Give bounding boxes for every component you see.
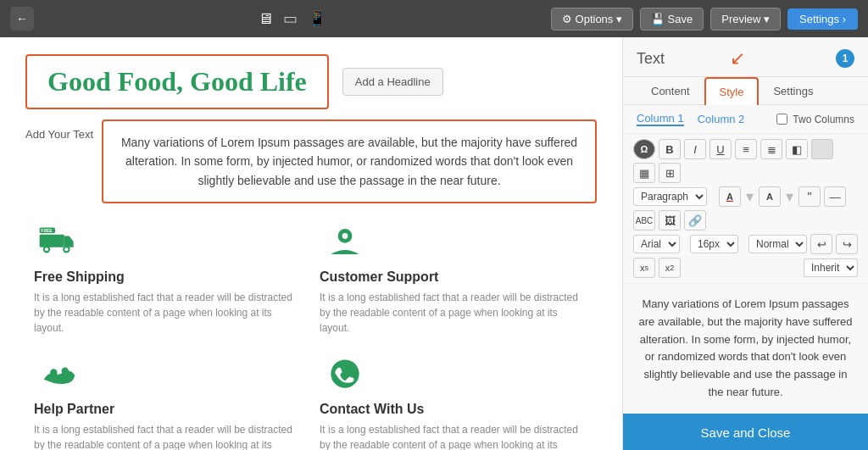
two-columns-checkbox[interactable] (776, 114, 787, 125)
superscript-button[interactable]: x2 (659, 258, 681, 278)
inherit-select[interactable]: Inherit (804, 258, 858, 277)
omega-button[interactable]: Ω (633, 139, 655, 159)
list-item: Customer Support It is a long establishe… (320, 220, 588, 336)
tablet-icon[interactable]: ▭ (283, 9, 298, 28)
svg-point-9 (342, 233, 348, 239)
options-button[interactable]: ⚙ Options ▾ (551, 8, 633, 31)
text-content-box: Many variations of Lorem Ipsum passages … (102, 119, 597, 203)
feature-desc: It is a long established fact that a rea… (320, 422, 588, 450)
ol-button[interactable]: ≣ (760, 139, 782, 159)
redo-button[interactable]: ↪ (836, 234, 858, 254)
dash-button[interactable]: — (824, 186, 846, 207)
svg-point-10 (50, 369, 57, 375)
feature-title: Customer Support (320, 269, 438, 285)
text-color-button[interactable]: A (719, 186, 741, 207)
color-box-button[interactable] (811, 139, 833, 159)
panel-header: Text ↙ 1 (623, 37, 868, 77)
two-columns-toggle: Two Columns (776, 114, 854, 125)
column-1-tab[interactable]: Column 1 (637, 112, 684, 126)
list-item: Help Partner It is a long established fa… (34, 353, 303, 450)
toolbar-row-1: Ω B I U ≡ ≣ ◧ ▦ ⊞ (633, 139, 858, 183)
desktop-icon[interactable]: 🖥 (258, 10, 273, 28)
customer-support-icon (320, 220, 370, 263)
help-partner-icon (34, 353, 85, 395)
svg-point-12 (331, 359, 359, 387)
align-right-button[interactable]: ▦ (633, 163, 655, 183)
mobile-icon[interactable]: 📱 (308, 9, 326, 28)
subscript-button[interactable]: xs (633, 258, 655, 278)
svg-point-11 (62, 367, 69, 374)
panel-title: Text (637, 50, 665, 68)
save-close-button[interactable]: Save and Close (623, 414, 868, 450)
settings-button[interactable]: Settings › (787, 8, 858, 30)
svg-rect-2 (40, 234, 64, 247)
feature-desc: It is a long established fact that a rea… (34, 422, 303, 450)
headline-section: Good Food, Good Life Add a Headline (25, 54, 597, 109)
bg-color-button[interactable]: A (759, 186, 781, 207)
list-item: Contact With Us It is a long established… (320, 353, 588, 450)
back-button[interactable]: ← (10, 7, 34, 31)
right-panel: Text ↙ 1 Content Style Settings Column 1… (622, 37, 868, 450)
tab-content[interactable]: Content (637, 77, 704, 105)
column-2-tab[interactable]: Column 2 (698, 113, 745, 125)
headline-box: Good Food, Good Life (25, 54, 329, 109)
paragraph-select[interactable]: Paragraph (633, 187, 707, 206)
abc-button[interactable]: ABC (633, 210, 655, 231)
toolbar-row-2: Paragraph A ▾ A ▾ " — ABC 🖼 🔗 (633, 186, 858, 231)
quote-button[interactable]: " (798, 186, 821, 207)
underline-button[interactable]: U (709, 139, 732, 159)
toolbar-row-3: Arial 16px Normal ↩ ↪ (633, 234, 858, 254)
editor-text: Many variations of Lorem Ipsum passages … (639, 297, 853, 398)
ul-button[interactable]: ≡ (735, 139, 757, 159)
main-area: Good Food, Good Life Add a Headline Add … (0, 37, 868, 450)
badge-1: 1 (836, 49, 854, 68)
normal-select[interactable]: Normal (748, 235, 807, 253)
column-tabs: Column 1 Column 2 Two Columns (623, 105, 868, 134)
topbar-center: 🖥 ▭ 📱 (258, 9, 326, 28)
italic-button[interactable]: I (684, 139, 706, 159)
body-text: Many variations of Lorem Ipsum passages … (121, 136, 577, 187)
canvas: Good Food, Good Life Add a Headline Add … (0, 37, 622, 450)
svg-text:FREE: FREE (41, 228, 53, 233)
tab-style[interactable]: Style (704, 77, 760, 105)
toolbar-row-4: xs x2 Inherit (633, 258, 858, 278)
topbar-right: ⚙ Options ▾ 💾 Save Preview ▾ Settings › (551, 8, 858, 31)
editor-toolbar: Ω B I U ≡ ≣ ◧ ▦ ⊞ Paragraph A ▾ A ▾ (623, 134, 868, 284)
contact-icon (320, 353, 370, 395)
svg-marker-3 (64, 236, 74, 247)
image-button[interactable]: 🖼 (659, 210, 681, 231)
expand-button[interactable]: ⊞ (659, 163, 681, 183)
list-item: FREE Free Shipping It is a long establis… (34, 220, 303, 336)
headline-text: Good Food, Good Life (47, 66, 307, 97)
tab-settings[interactable]: Settings (759, 77, 827, 105)
add-headline-button[interactable]: Add a Headline (342, 68, 443, 96)
text-section: Add Your Text Many variations of Lorem I… (25, 119, 597, 203)
feature-desc: It is a long established fact that a rea… (34, 290, 303, 336)
undo-button[interactable]: ↩ (810, 234, 832, 254)
save-button[interactable]: 💾 Save (640, 8, 704, 31)
add-your-text-label: Add Your Text (25, 128, 93, 141)
bold-button[interactable]: B (659, 139, 681, 159)
two-columns-label: Two Columns (793, 114, 854, 125)
font-select[interactable]: Arial (633, 235, 680, 253)
link-button[interactable]: 🔗 (684, 210, 706, 231)
svg-point-5 (45, 247, 48, 251)
feature-title: Free Shipping (34, 269, 125, 285)
topbar-left: ← (10, 7, 34, 31)
feature-title: Contact With Us (320, 402, 424, 417)
preview-button[interactable]: Preview ▾ (710, 8, 781, 31)
topbar: ← 🖥 ▭ 📱 ⚙ Options ▾ 💾 Save Preview ▾ Set… (0, 0, 868, 37)
align-left-button[interactable]: ◧ (786, 139, 808, 159)
panel-tabs: Content Style Settings (623, 77, 868, 105)
arrow-icon: ↙ (730, 47, 745, 69)
feature-desc: It is a long established fact that a rea… (320, 290, 588, 336)
features-grid: FREE Free Shipping It is a long establis… (25, 220, 597, 450)
free-shipping-icon: FREE (34, 220, 85, 263)
editor-content[interactable]: Many variations of Lorem Ipsum passages … (623, 284, 868, 414)
svg-point-7 (64, 247, 68, 251)
feature-title: Help Partner (34, 402, 114, 417)
size-select[interactable]: 16px (690, 235, 738, 253)
